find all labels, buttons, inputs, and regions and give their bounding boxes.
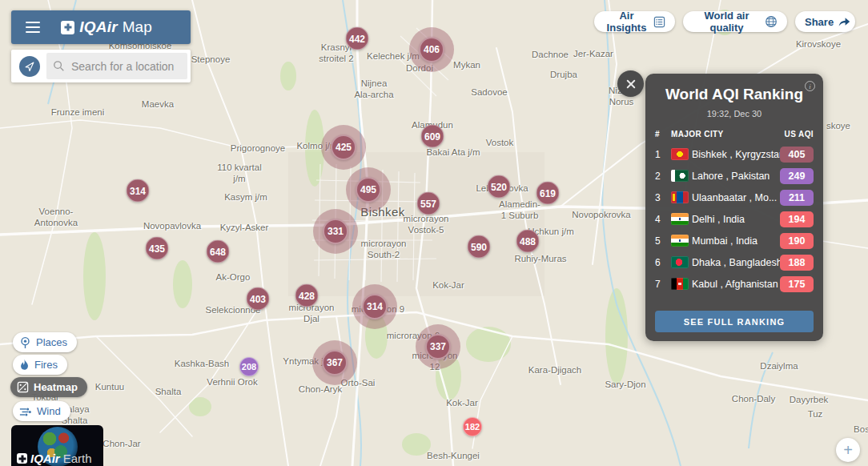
aqi-marker[interactable]: 609 xyxy=(421,125,444,148)
ranking-row[interactable]: 2Lahore , Pakistan249 xyxy=(645,165,823,187)
aqi-badge: 211 xyxy=(780,190,814,206)
search-input[interactable] xyxy=(70,59,181,74)
ranking-row[interactable]: 1Bishkek , Kyrgyzstan405 xyxy=(645,143,823,165)
wind-icon xyxy=(19,406,32,417)
aqi-marker[interactable]: 314 xyxy=(362,294,388,319)
wind-label: Wind xyxy=(37,405,61,417)
country-flag-icon xyxy=(671,235,689,247)
flame-icon xyxy=(19,359,30,371)
wind-layer-button[interactable]: Wind xyxy=(13,401,70,421)
iqair-earth-widget[interactable]: IQAir Earth xyxy=(11,425,103,466)
rank-number: 4 xyxy=(655,214,668,225)
places-label: Places xyxy=(36,336,67,348)
panel-timestamp: 19:32, Dec 30 xyxy=(645,109,823,119)
aqi-badge: 194 xyxy=(780,211,814,227)
rank-number: 3 xyxy=(655,192,668,203)
ranking-row[interactable]: 4Delhi , India194 xyxy=(645,208,823,230)
iqair-plus-icon xyxy=(61,21,74,34)
search-icon xyxy=(53,60,65,72)
fires-label: Fires xyxy=(34,359,58,371)
aqi-marker[interactable]: 488 xyxy=(516,230,540,253)
rank-number: 6 xyxy=(655,257,668,268)
aqi-marker[interactable]: 435 xyxy=(146,237,169,260)
search-bar xyxy=(11,50,191,82)
city-name: Delhi , India xyxy=(692,214,780,225)
info-icon[interactable] xyxy=(805,81,815,91)
world-air-quality-button[interactable]: World air quality xyxy=(683,11,787,32)
aqi-badge: 249 xyxy=(780,168,814,184)
aqi-marker[interactable]: 442 xyxy=(346,27,369,50)
country-flag-icon xyxy=(671,278,689,290)
col-aqi: US AQI xyxy=(780,130,814,139)
aqi-badge: 405 xyxy=(780,147,814,163)
rank-number: 7 xyxy=(655,279,668,290)
aqi-badge: 175 xyxy=(780,276,814,292)
locate-me-button[interactable] xyxy=(19,56,40,77)
city-name: Kabul , Afghanistan xyxy=(692,279,780,290)
app-header: IQAir Map xyxy=(11,10,191,44)
ranking-row[interactable]: 7Kabul , Afghanistan175 xyxy=(645,273,823,295)
iqair-map-logo: IQAir Map xyxy=(61,18,159,36)
menu-icon[interactable] xyxy=(26,22,40,34)
aqi-marker[interactable]: 406 xyxy=(419,37,444,62)
city-name: Ulaanbaatar , Mo... xyxy=(692,192,780,203)
navigation-arrow-icon xyxy=(24,61,35,72)
close-panel-button[interactable] xyxy=(617,70,644,97)
aqi-marker[interactable]: 495 xyxy=(356,177,381,203)
air-insights-button[interactable]: Air Insights xyxy=(594,11,675,32)
aqi-marker[interactable]: 425 xyxy=(331,135,356,160)
aqi-marker[interactable]: 557 xyxy=(417,192,440,215)
aqi-badge: 190 xyxy=(780,233,814,249)
ranking-row[interactable]: 3Ulaanbaatar , Mo...211 xyxy=(645,187,823,208)
aqi-marker[interactable]: 648 xyxy=(207,240,230,263)
aqi-marker[interactable]: 367 xyxy=(322,350,348,376)
zoom-in-button[interactable]: + xyxy=(836,438,860,462)
ranking-header-row: # MAJOR CITY US AQI xyxy=(645,130,823,139)
logo-suffix-text: Map xyxy=(123,18,152,36)
share-button[interactable]: Share xyxy=(795,11,855,32)
aqi-marker[interactable]: 520 xyxy=(488,175,511,199)
city-name: Lahore , Pakistan xyxy=(692,171,780,182)
aqi-marker[interactable]: 428 xyxy=(295,284,319,307)
earth-logo-text: IQAir xyxy=(30,452,60,465)
search-field[interactable] xyxy=(46,53,187,79)
places-layer-button[interactable]: Places xyxy=(13,332,77,352)
country-flag-icon xyxy=(671,170,689,182)
aqi-marker[interactable]: 590 xyxy=(468,235,491,259)
earth-logo-suffix: Earth xyxy=(63,452,92,465)
country-flag-icon xyxy=(671,191,689,203)
share-label: Share xyxy=(805,16,834,28)
aqi-marker[interactable]: 619 xyxy=(536,182,560,205)
heatmap-icon xyxy=(17,381,29,393)
city-name: Dhaka , Bangladesh xyxy=(692,257,780,268)
city-name: Mumbai , India xyxy=(692,235,780,247)
rank-number: 2 xyxy=(655,171,668,182)
panel-title: World AQI Ranking xyxy=(645,86,823,103)
heatmap-layer-button[interactable]: Heatmap xyxy=(10,377,87,397)
col-rank: # xyxy=(655,130,668,139)
aqi-marker[interactable]: 337 xyxy=(425,334,451,360)
globe-icon xyxy=(765,15,778,28)
aqi-marker[interactable]: 208 xyxy=(239,357,259,376)
aqi-marker[interactable]: 314 xyxy=(127,179,150,203)
logo-text: IQAir xyxy=(79,18,117,36)
place-pin-icon xyxy=(19,336,31,349)
fires-layer-button[interactable]: Fires xyxy=(13,355,67,375)
heatmap-label: Heatmap xyxy=(34,381,78,393)
world-aqi-ranking-panel: World AQI Ranking 19:32, Dec 30 # MAJOR … xyxy=(645,74,823,341)
world-air-quality-label: World air quality xyxy=(693,10,761,34)
ranking-row[interactable]: 5Mumbai , India190 xyxy=(645,230,823,251)
country-flag-icon xyxy=(671,213,689,225)
rank-number: 1 xyxy=(655,149,668,160)
aqi-marker[interactable]: 403 xyxy=(247,287,270,311)
aqi-marker[interactable]: 182 xyxy=(463,417,482,436)
aqi-marker[interactable]: 331 xyxy=(323,219,348,244)
iqair-plus-icon xyxy=(17,453,27,464)
see-full-ranking-button[interactable]: SEE FULL RANKING xyxy=(655,311,814,332)
iqair-earth-logo: IQAir Earth xyxy=(17,452,92,465)
rank-number: 5 xyxy=(655,235,668,247)
ranking-row[interactable]: 6Dhaka , Bangladesh188 xyxy=(645,251,823,273)
list-icon xyxy=(653,16,665,28)
map-canvas[interactable]: KomsomolskoeStepnoyeKrasnyi stroitel 2Ke… xyxy=(0,0,868,466)
col-city: MAJOR CITY xyxy=(671,130,780,139)
